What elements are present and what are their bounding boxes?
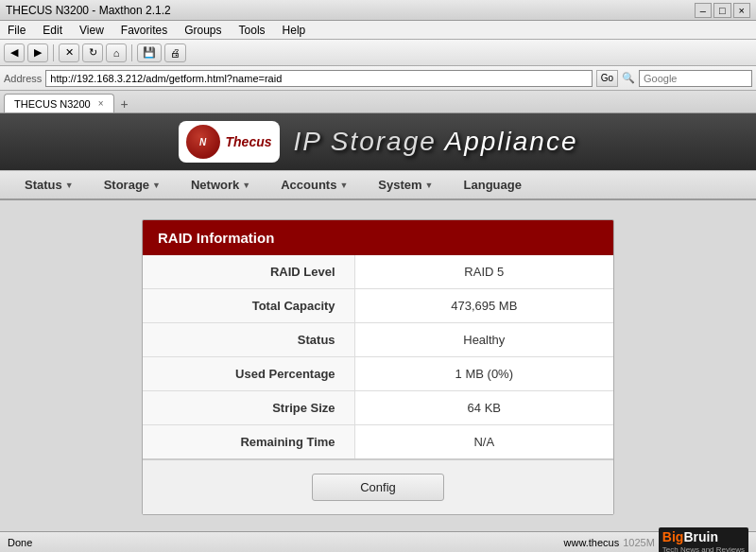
go-button[interactable]: Go bbox=[596, 70, 618, 87]
nav-accounts-label: Accounts bbox=[281, 178, 336, 192]
tab-close-button[interactable]: × bbox=[98, 98, 104, 109]
app-header: N Thecus IP Storage Appliance bbox=[0, 113, 756, 170]
forward-button[interactable]: ▶ bbox=[27, 43, 48, 62]
nav-menu: Status ▼ Storage ▼ Network ▼ Accounts ▼ … bbox=[0, 170, 756, 200]
browser-toolbar: ◀ ▶ ✕ ↻ ⌂ 💾 🖨 bbox=[0, 40, 756, 66]
thecus-logo-text: Thecus bbox=[226, 134, 272, 149]
home-button[interactable]: ⌂ bbox=[106, 43, 127, 62]
nav-storage-label: Storage bbox=[104, 178, 149, 192]
save-button[interactable]: 💾 bbox=[137, 43, 162, 62]
nav-network-label: Network bbox=[191, 178, 239, 192]
nav-system[interactable]: System ▼ bbox=[372, 174, 438, 196]
minimize-button[interactable]: – bbox=[695, 3, 712, 18]
row-value-5: N/A bbox=[354, 425, 613, 459]
address-label: Address bbox=[4, 73, 42, 84]
nav-language[interactable]: Language bbox=[458, 174, 527, 196]
table-row: Stripe Size 64 KB bbox=[143, 391, 613, 425]
browser-titlebar: THECUS N3200 - Maxthon 2.1.2 – □ × bbox=[0, 0, 756, 21]
nav-accounts[interactable]: Accounts ▼ bbox=[275, 174, 353, 196]
nav-status-arrow: ▼ bbox=[65, 181, 74, 190]
row-value-1: 473,695 MB bbox=[354, 289, 613, 323]
app-title-part1: IP Storage bbox=[294, 127, 437, 156]
thecus-circle-icon: N bbox=[186, 125, 220, 159]
toolbar-separator-2 bbox=[131, 44, 132, 61]
menu-tools[interactable]: Tools bbox=[235, 24, 269, 37]
table-row: Status Healthy bbox=[143, 323, 613, 357]
nav-storage-arrow: ▼ bbox=[152, 181, 161, 190]
raid-info-table: RAID Level RAID 5 Total Capacity 473,695… bbox=[143, 255, 613, 458]
raid-info-title: RAID Information bbox=[143, 220, 613, 255]
table-row: Total Capacity 473,695 MB bbox=[143, 289, 613, 323]
nav-network-arrow: ▼ bbox=[242, 181, 250, 190]
row-label-2: Status bbox=[143, 323, 354, 357]
nav-network[interactable]: Network ▼ bbox=[185, 174, 256, 196]
thecus-logo: N Thecus bbox=[179, 121, 280, 163]
tab-label: THECUS N3200 bbox=[14, 98, 91, 110]
print-button[interactable]: 🖨 bbox=[164, 43, 186, 62]
menu-view[interactable]: View bbox=[76, 24, 108, 37]
stop-button[interactable]: ✕ bbox=[59, 43, 79, 62]
menu-favorites[interactable]: Favorites bbox=[117, 24, 171, 37]
nav-language-label: Language bbox=[464, 178, 522, 192]
bigbruin-logo: BigBruin Tech News and Reviews bbox=[659, 527, 748, 552]
table-row: RAID Level RAID 5 bbox=[143, 255, 613, 289]
app-title: IP Storage Appliance bbox=[294, 127, 578, 157]
tabs-bar: THECUS N3200 × + bbox=[0, 91, 756, 113]
app-title-part2: Appliance bbox=[437, 127, 578, 156]
bigbruin-sub: Tech News and Reviews bbox=[662, 545, 745, 552]
page-content: N Thecus IP Storage Appliance Status ▼ S… bbox=[0, 113, 756, 531]
nav-status-label: Status bbox=[25, 178, 62, 192]
browser-menubar: File Edit View Favorites Groups Tools He… bbox=[0, 21, 756, 40]
raid-config-row: Config bbox=[143, 458, 613, 514]
row-value-2: Healthy bbox=[354, 323, 613, 357]
nav-status[interactable]: Status ▼ bbox=[19, 174, 79, 196]
row-label-4: Stripe Size bbox=[143, 391, 354, 425]
search-input[interactable] bbox=[639, 70, 752, 87]
nav-system-arrow: ▼ bbox=[425, 181, 434, 190]
toolbar-separator-1 bbox=[53, 44, 54, 61]
row-label-5: Remaining Time bbox=[143, 425, 354, 459]
statusbar: Done www.thecus 1025M BigBruin Tech News… bbox=[0, 531, 756, 552]
config-button[interactable]: Config bbox=[312, 474, 444, 501]
table-row: Remaining Time N/A bbox=[143, 425, 613, 459]
row-label-0: RAID Level bbox=[143, 255, 354, 289]
browser-title: THECUS N3200 - Maxthon 2.1.2 bbox=[6, 4, 171, 17]
statusbar-right: www.thecus 1025M BigBruin Tech News and … bbox=[564, 527, 749, 552]
back-button[interactable]: ◀ bbox=[4, 43, 25, 62]
menu-help[interactable]: Help bbox=[279, 24, 310, 37]
statusbar-memory: 1025M bbox=[623, 537, 655, 548]
table-row: Used Percentage 1 MB (0%) bbox=[143, 357, 613, 391]
raid-info-container: RAID Information RAID Level RAID 5 Total… bbox=[142, 219, 614, 515]
menu-groups[interactable]: Groups bbox=[180, 24, 225, 37]
new-tab-button[interactable]: + bbox=[116, 95, 133, 112]
address-input[interactable] bbox=[45, 70, 592, 87]
app-title-text: IP Storage Appliance bbox=[294, 127, 578, 156]
nav-storage[interactable]: Storage ▼ bbox=[98, 174, 166, 196]
browser-addressbar: Address Go 🔍 bbox=[0, 66, 756, 91]
row-value-3: 1 MB (0%) bbox=[354, 357, 613, 391]
main-area: RAID Information RAID Level RAID 5 Total… bbox=[0, 200, 756, 531]
browser-tab[interactable]: THECUS N3200 × bbox=[4, 94, 114, 112]
close-window-button[interactable]: × bbox=[733, 3, 750, 18]
menu-edit[interactable]: Edit bbox=[39, 24, 66, 37]
bigbruin-bruin: Bruin bbox=[683, 529, 718, 544]
search-label: 🔍 bbox=[622, 72, 635, 84]
row-label-1: Total Capacity bbox=[143, 289, 354, 323]
row-label-3: Used Percentage bbox=[143, 357, 354, 391]
row-value-0: RAID 5 bbox=[354, 255, 613, 289]
statusbar-site: www.thecus bbox=[564, 537, 620, 548]
refresh-button[interactable]: ↻ bbox=[82, 43, 103, 62]
app-logo: N Thecus IP Storage Appliance bbox=[179, 121, 578, 163]
statusbar-left: Done bbox=[8, 537, 32, 548]
thecus-circle-text: N bbox=[199, 137, 206, 147]
row-value-4: 64 KB bbox=[354, 391, 613, 425]
bigbruin-big: Big bbox=[662, 529, 684, 544]
maximize-button[interactable]: □ bbox=[713, 3, 731, 18]
nav-system-label: System bbox=[378, 178, 421, 192]
menu-file[interactable]: File bbox=[4, 24, 29, 37]
nav-accounts-arrow: ▼ bbox=[339, 181, 348, 190]
